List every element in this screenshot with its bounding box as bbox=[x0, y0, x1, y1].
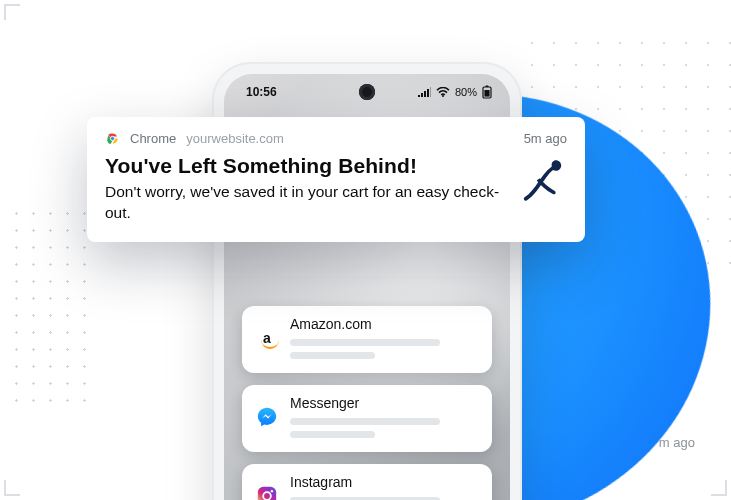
text-placeholder bbox=[290, 339, 440, 346]
svg-rect-4 bbox=[258, 486, 276, 500]
wifi-icon bbox=[436, 87, 450, 97]
notification-title: Instagram bbox=[290, 474, 478, 490]
messenger-icon bbox=[256, 406, 278, 428]
svg-point-6 bbox=[271, 489, 273, 491]
battery-percent: 80% bbox=[455, 86, 477, 98]
notification-site: yourwebsite.com bbox=[186, 131, 284, 146]
instagram-icon bbox=[256, 485, 278, 501]
notification-app-name: Chrome bbox=[130, 131, 176, 146]
notification-message: Don't worry, we've saved it in your cart… bbox=[105, 182, 501, 224]
frame-corner bbox=[4, 4, 20, 20]
battery-icon bbox=[482, 85, 492, 99]
notification-card[interactable]: a Amazon.com bbox=[242, 306, 492, 373]
amazon-icon: a bbox=[256, 327, 278, 349]
frame-corner bbox=[4, 480, 20, 496]
illustration-stage: 10:56 80% a Amazon.com bbox=[0, 0, 731, 500]
notification-card[interactable]: Messenger bbox=[242, 385, 492, 452]
text-placeholder bbox=[290, 352, 375, 359]
text-placeholder bbox=[290, 418, 440, 425]
notification-time: 5m ago bbox=[524, 131, 567, 146]
frame-corner bbox=[711, 480, 727, 496]
svg-rect-3 bbox=[484, 90, 489, 97]
notification-card[interactable]: Instagram bbox=[242, 464, 492, 500]
notification-headline: You've Left Something Behind! bbox=[105, 154, 501, 178]
brand-logo-icon bbox=[519, 154, 567, 202]
status-bar: 10:56 80% bbox=[224, 74, 510, 110]
dot-grid-decoration bbox=[8, 205, 98, 405]
push-notification[interactable]: Chrome yourwebsite.com 5m ago You've Lef… bbox=[87, 117, 585, 242]
status-time: 10:56 bbox=[246, 85, 277, 99]
notification-time-peek: m ago bbox=[659, 435, 695, 450]
svg-point-0 bbox=[442, 95, 444, 97]
text-placeholder bbox=[290, 431, 375, 438]
chrome-icon bbox=[105, 131, 120, 146]
notification-title: Messenger bbox=[290, 395, 478, 411]
notification-stack: a Amazon.com Messenger bbox=[242, 306, 492, 500]
notification-title: Amazon.com bbox=[290, 316, 478, 332]
signal-icon bbox=[418, 87, 431, 97]
svg-rect-2 bbox=[486, 85, 489, 87]
